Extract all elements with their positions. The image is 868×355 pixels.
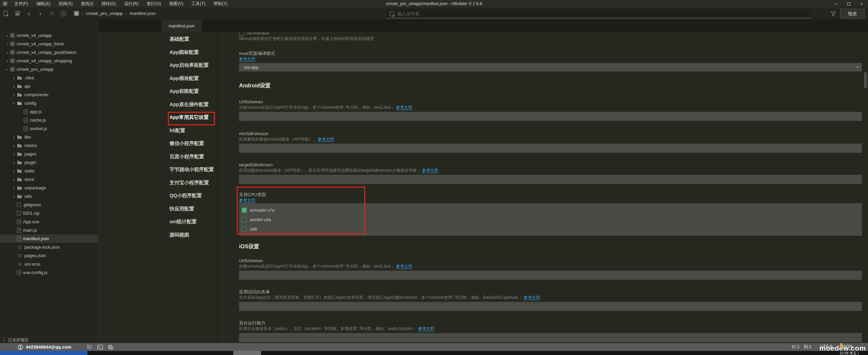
taskbar-app-gray[interactable]	[233, 351, 261, 355]
cpu-type-doc-link[interactable]: 参考文档	[239, 198, 255, 203]
tree-item-libs[interactable]: ›libs	[0, 133, 98, 141]
section-nav-快应用配置[interactable]: 快应用配置	[160, 202, 222, 215]
nvue-project-checkbox[interactable]	[239, 33, 244, 36]
chevron-collapsed-icon[interactable]: ›	[11, 143, 17, 148]
section-nav-h5配置[interactable]: h5配置	[160, 124, 222, 137]
checkbox-checked-icon[interactable]: ✓	[242, 208, 247, 213]
tree-item-.gitignore[interactable]: ›.gitignore	[0, 201, 98, 209]
section-nav-微信小程序配置[interactable]: 微信小程序配置	[160, 137, 222, 150]
tree-item-api[interactable]: ›api	[0, 82, 98, 90]
minsdkversion-input[interactable]	[239, 144, 862, 153]
globe-cloud-icon[interactable]	[108, 344, 114, 350]
chevron-collapsed-icon[interactable]: ›	[11, 177, 17, 182]
chevron-expanded-icon[interactable]: ›	[4, 66, 10, 72]
cursor-col-indicator[interactable]: 列:1	[804, 344, 811, 350]
chevron-collapsed-icon[interactable]: ›	[4, 50, 10, 55]
breadcrumb-file[interactable]: manifest.json	[130, 11, 156, 16]
tree-item-crmeb_pro_uniapp[interactable]: ›Ucrmeb_pro_uniapp	[0, 65, 98, 74]
tree-item-mixins[interactable]: ›mixins	[0, 141, 98, 150]
tree-item-components[interactable]: ›components	[0, 90, 98, 99]
breadcrumb-project[interactable]: crmeb_pro_uniapp	[86, 11, 122, 16]
android-urlschemes-input[interactable]	[239, 112, 862, 121]
section-nav-App权限配置[interactable]: App权限配置	[160, 85, 222, 98]
section-nav-App常用其它设置[interactable]: App常用其它设置	[160, 111, 222, 124]
tree-item-package-lock.json[interactable]: ›[ ]package-lock.json	[0, 243, 98, 251]
app-whitelist-doc-link[interactable]: 参考文档	[524, 295, 540, 300]
section-nav-百度小程序配置[interactable]: 百度小程序配置	[160, 150, 222, 163]
menu-运行(R)[interactable]: 运行(R)	[120, 0, 142, 7]
chevron-collapsed-icon[interactable]: ›	[11, 75, 17, 81]
filter-funnel-icon[interactable]	[831, 12, 836, 16]
background-ability-doc-link[interactable]: 参考文档	[418, 326, 434, 331]
section-nav-App原生插件配置[interactable]: App原生插件配置	[160, 98, 222, 111]
tree-item-pages.json[interactable]: ›[ ]pages.json	[0, 251, 98, 260]
section-nav-App启动界面配置[interactable]: App启动界面配置	[160, 59, 222, 72]
terminal-icon[interactable]	[97, 344, 103, 350]
run-button[interactable]: ▸	[58, 8, 69, 19]
tree-item-config[interactable]: ›config	[0, 99, 98, 107]
save-button[interactable]	[12, 8, 23, 19]
menu-选择(S)[interactable]: 选择(S)	[55, 0, 77, 7]
targetsdkversion-input[interactable]	[239, 175, 862, 184]
ios-urlschemes-doc-link[interactable]: 参考文档	[396, 264, 412, 269]
account-email[interactable]: 4423846644@qq.com	[26, 345, 72, 350]
close-button[interactable]: ×	[855, 0, 868, 7]
chevron-collapsed-icon[interactable]: ›	[4, 58, 10, 64]
chevron-collapsed-icon[interactable]: ›	[11, 151, 17, 157]
menu-编辑(E)[interactable]: 编辑(E)	[32, 0, 55, 7]
tree-item-App.vue[interactable]: ›VApp.vue	[0, 217, 98, 226]
targetsdkversion-doc-link[interactable]: 参考文档	[422, 168, 438, 173]
tree-item-.idea[interactable]: ›.idea	[0, 74, 98, 82]
ios-urlschemes-input[interactable]	[239, 271, 862, 280]
tree-item-cache.js[interactable]: ›Jcache.js	[0, 116, 98, 124]
menu-视图(V)[interactable]: 视图(V)	[165, 0, 188, 7]
navigate-forward-button[interactable]: ›	[35, 8, 46, 19]
tree-item-vue.config.js[interactable]: ›Jvue.config.js	[0, 268, 98, 277]
chevron-collapsed-icon[interactable]: ›	[11, 134, 17, 140]
section-nav-App模块配置[interactable]: App模块配置	[160, 72, 222, 85]
tree-item-crmeb_v4_uniapp_fresh[interactable]: ›Ucrmeb_v4_uniapp_fresh	[0, 40, 98, 48]
app-whitelist-input[interactable]	[239, 302, 862, 311]
vertical-scrollbar[interactable]	[864, 72, 867, 88]
tree-item-crmeb_v4_uniapp[interactable]: ›Ucrmeb_v4_uniapp	[0, 31, 98, 40]
chevron-collapsed-icon[interactable]: ›	[4, 33, 10, 38]
section-nav-字节跳动小程序配置[interactable]: 字节跳动小程序配置	[160, 163, 222, 176]
section-nav-App图标配置[interactable]: App图标配置	[160, 46, 222, 59]
tree-item-main.js[interactable]: ›Jmain.js	[0, 226, 98, 234]
checkbox-unchecked-icon[interactable]	[242, 227, 247, 232]
section-nav-支付宝小程序配置[interactable]: 支付宝小程序配置	[160, 176, 222, 189]
section-nav-QQ小程序配置[interactable]: QQ小程序配置	[160, 189, 222, 202]
tree-item-utils[interactable]: ›utils	[0, 192, 98, 201]
search-input[interactable]	[397, 11, 770, 16]
tree-item-plugin[interactable]: ›plugin	[0, 158, 98, 167]
tree-item-store[interactable]: ›store	[0, 175, 98, 184]
cpu-option-x86[interactable]: x86	[242, 224, 862, 234]
minimize-button[interactable]	[829, 0, 842, 7]
section-nav-源码视图[interactable]: 源码视图	[160, 228, 222, 242]
chevron-collapsed-icon[interactable]: ›	[11, 160, 17, 165]
maximize-button[interactable]	[842, 0, 855, 7]
checkbox-unchecked-icon[interactable]	[242, 217, 247, 222]
task-list-icon[interactable]	[87, 344, 93, 350]
nvue-mode-doc-link[interactable]: 参考文档	[239, 57, 255, 62]
cpu-option-arm64-v8a[interactable]: arm64-v8a	[242, 215, 862, 224]
closed-projects-bar[interactable]: › 已关闭项目	[0, 337, 98, 343]
tree-item-0201.zip[interactable]: ›0201.zip	[0, 209, 98, 217]
tree-item-app.js[interactable]: ›Japp.js	[0, 107, 98, 116]
menu-工具(T)[interactable]: 工具(T)	[188, 0, 210, 7]
background-ability-input[interactable]	[239, 333, 862, 342]
chevron-collapsed-icon[interactable]: ›	[11, 92, 17, 98]
section-nav-uni统计配置[interactable]: uni统计配置	[160, 215, 222, 228]
chevron-collapsed-icon[interactable]: ›	[4, 41, 10, 47]
android-urlschemes-doc-link[interactable]: 参考文档	[396, 105, 412, 110]
new-file-button[interactable]	[0, 8, 12, 19]
tree-item-manifest.json[interactable]: ›*manifest.json	[0, 234, 98, 243]
navigate-back-button[interactable]: ‹	[23, 8, 35, 19]
menu-文件(F)[interactable]: 文件(F)	[10, 0, 32, 7]
cursor-line-indicator[interactable]: 行:1	[792, 344, 800, 350]
menu-发行(U)[interactable]: 发行(U)	[143, 0, 165, 7]
chevron-collapsed-icon[interactable]: ›	[11, 168, 17, 174]
chevron-collapsed-icon[interactable]: ›	[11, 84, 17, 89]
tree-item-crmeb_v4_uniapp_shopping[interactable]: ›Ucrmeb_v4_uniapp_shopping	[0, 57, 98, 65]
chevron-expanded-icon[interactable]: ›	[11, 100, 17, 106]
